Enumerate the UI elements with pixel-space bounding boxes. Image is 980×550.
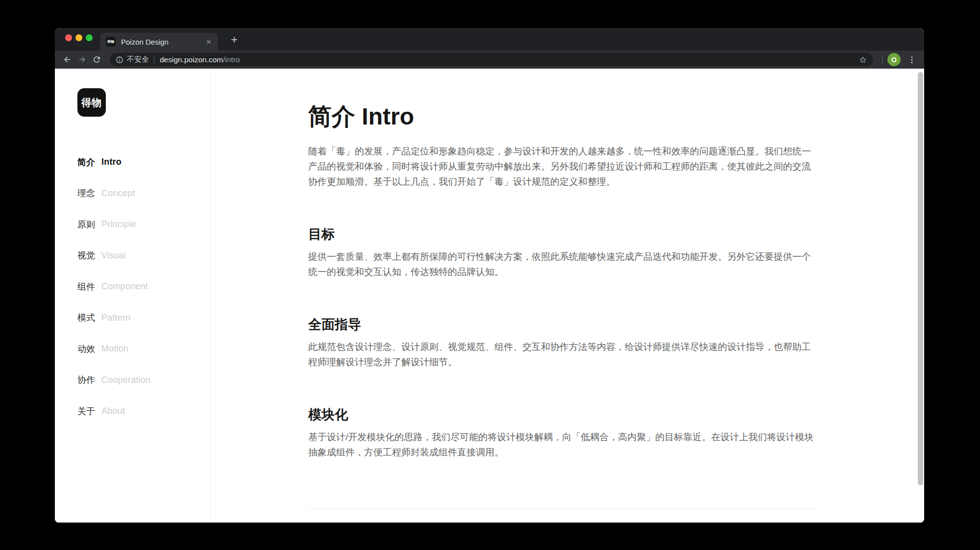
security-status-label: 不安全	[127, 55, 149, 64]
sidebar-item-motion[interactable]: 动效 Motion	[77, 333, 210, 365]
sidebar: 得物 简介 Intro 理念 Concept 原则 Principle 视觉 V…	[55, 69, 211, 523]
nav-label-en: Motion	[101, 344, 128, 354]
sidebar-item-intro[interactable]: 简介 Intro	[77, 147, 210, 178]
fullscreen-window-button[interactable]	[86, 34, 93, 41]
tab-close-icon[interactable]: ×	[204, 37, 213, 47]
browser-window: 得物 Poizon Design × + 不安全 design.poizon.c…	[55, 28, 924, 523]
content-divider	[308, 509, 817, 509]
reload-button[interactable]	[89, 52, 104, 67]
url-host: design.poizon.com	[160, 55, 223, 64]
section-guidance: 全面指导 此规范包含设计理念、设计原则、视觉规范、组件、交互和协作方法等内容，给…	[308, 316, 818, 370]
nav-label-en: Concept	[101, 188, 135, 199]
back-button[interactable]	[60, 52, 74, 67]
nav-label-zh: 简介	[77, 156, 95, 168]
nav-label-zh: 理念	[77, 187, 95, 199]
bookmark-star-icon[interactable]	[857, 53, 869, 66]
intro-paragraph: 随着「毒」的发展，产品定位和形象趋向稳定，参与设计和开发的人越来越多，统一性和效…	[308, 144, 818, 189]
vertical-scrollbar[interactable]	[918, 72, 923, 485]
section-body: 此规范包含设计理念、设计原则、视觉规范、组件、交互和协作方法等内容，给设计师提供…	[308, 339, 818, 370]
section-modularity: 模块化 基于设计/开发模块化的思路，我们尽可能的将设计模块解耦，向「低耦合，高内…	[308, 406, 818, 460]
sidebar-item-about[interactable]: 关于 About	[77, 396, 210, 427]
browser-menu-button[interactable]	[906, 54, 917, 66]
omnibox-divider	[154, 56, 154, 64]
nav-label-en: Intro	[101, 157, 122, 167]
url-path: /intro	[223, 55, 240, 64]
sidebar-item-principle[interactable]: 原则 Principle	[77, 209, 210, 240]
new-tab-button[interactable]: +	[228, 34, 241, 48]
nav-label-zh: 视觉	[77, 250, 95, 261]
close-window-button[interactable]	[65, 34, 72, 41]
nav-label-en: About	[101, 406, 125, 416]
forward-button[interactable]	[74, 52, 89, 67]
toolbar-divider	[882, 55, 882, 64]
url-text: design.poizon.com/intro	[160, 55, 857, 64]
nav-label-en: Cooperation	[101, 375, 150, 385]
address-bar[interactable]: 不安全 design.poizon.com/intro	[110, 53, 873, 66]
tab-strip: 得物 Poizon Design × +	[55, 28, 924, 50]
arrow-left-icon	[63, 55, 72, 64]
section-goal: 目标 提供一套质量、效率上都有所保障的可行性解决方案，依照此系统能够快速完成产品…	[308, 225, 818, 279]
kebab-menu-icon	[907, 55, 916, 64]
sidebar-item-visual[interactable]: 视觉 Visual	[77, 240, 210, 272]
sidebar-item-cooperation[interactable]: 协作 Cooperation	[77, 365, 210, 396]
sidebar-nav: 简介 Intro 理念 Concept 原则 Principle 视觉 Visu…	[77, 147, 210, 427]
nav-label-zh: 模式	[77, 312, 95, 324]
main-content: 简介 Intro 随着「毒」的发展，产品定位和形象趋向稳定，参与设计和开发的人越…	[211, 69, 924, 523]
minimize-window-button[interactable]	[75, 34, 82, 41]
tab-favicon-icon: 得物	[106, 37, 116, 47]
site-info-icon[interactable]	[116, 56, 123, 64]
sidebar-item-component[interactable]: 组件 Component	[77, 271, 210, 302]
section-heading: 模块化	[308, 406, 818, 424]
nav-label-zh: 组件	[77, 281, 95, 293]
nav-label-zh: 动效	[77, 343, 95, 355]
nav-label-zh: 关于	[77, 405, 95, 417]
nav-label-en: Visual	[101, 250, 126, 261]
profile-avatar[interactable]: O	[887, 53, 901, 66]
nav-label-zh: 协作	[77, 374, 95, 386]
section-heading: 全面指导	[308, 316, 818, 333]
page-title: 简介 Intro	[308, 103, 818, 130]
tab-title: Poizon Design	[121, 38, 204, 46]
arrow-right-icon	[77, 55, 87, 64]
poizon-logo[interactable]: 得物	[77, 88, 106, 117]
nav-label-en: Principle	[101, 219, 136, 229]
window-controls	[65, 34, 93, 41]
section-body: 提供一套质量、效率上都有所保障的可行性解决方案，依照此系统能够快速完成产品迭代和…	[308, 249, 818, 279]
nav-label-zh: 原则	[77, 219, 95, 230]
nav-label-en: Component	[101, 281, 148, 292]
reload-icon	[92, 55, 101, 64]
browser-tab[interactable]: 得物 Poizon Design ×	[100, 33, 218, 50]
sidebar-item-pattern[interactable]: 模式 Pattern	[77, 302, 210, 334]
nav-label-en: Pattern	[101, 313, 130, 323]
browser-toolbar: 不安全 design.poizon.com/intro O	[55, 50, 924, 69]
section-body: 基于设计/开发模块化的思路，我们尽可能的将设计模块解耦，向「低耦合，高内聚」的目…	[308, 429, 818, 460]
section-heading: 目标	[308, 225, 818, 243]
sidebar-item-concept[interactable]: 理念 Concept	[77, 178, 210, 209]
page-content: 得物 简介 Intro 理念 Concept 原则 Principle 视觉 V…	[55, 69, 924, 523]
